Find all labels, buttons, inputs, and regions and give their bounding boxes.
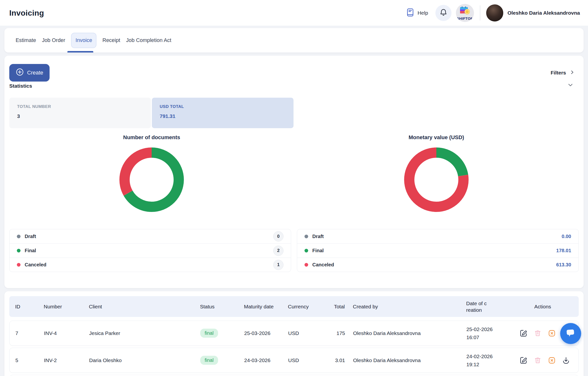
- col-number: Number: [38, 303, 83, 310]
- logo-text: SHIFTON: [456, 16, 474, 21]
- stat-card-usd-total: USD TOTAL 791.31: [152, 98, 294, 128]
- shifton-app-logo[interactable]: SHIFTON: [456, 4, 474, 22]
- statistics-section: Create Filters Statistics TOTAL NUMBER 3…: [4, 56, 584, 288]
- col-status: Status: [194, 303, 238, 310]
- row-maturity-date: 24-03-2026: [238, 357, 282, 363]
- help-button[interactable]: Help: [406, 8, 428, 18]
- edit-icon[interactable]: [519, 329, 528, 337]
- cancel-icon[interactable]: [548, 356, 556, 365]
- create-button[interactable]: Create: [9, 64, 50, 82]
- filters-button[interactable]: Filters: [551, 64, 575, 82]
- stat-value: 791.31: [160, 113, 286, 119]
- notifications-button[interactable]: [435, 5, 452, 21]
- help-label: Help: [418, 10, 428, 16]
- canceled-dot: [304, 263, 308, 267]
- user-name: Oleshko Daria Aleksandrovna: [507, 10, 580, 16]
- chart-title: Number of documents: [123, 134, 180, 141]
- table-header-row: ID Number Client Status Maturity date Cu…: [9, 296, 579, 317]
- final-dot: [304, 249, 308, 252]
- delete-icon[interactable]: [534, 329, 542, 337]
- stat-label: USD TOTAL: [160, 104, 286, 109]
- tab-estimate[interactable]: Estimate: [16, 35, 36, 46]
- user-avatar[interactable]: [486, 4, 503, 21]
- row-status: final: [194, 356, 238, 365]
- app-header: Invoicing Help: [0, 0, 588, 26]
- bell-icon: [439, 8, 448, 18]
- tab-job-order[interactable]: Job Order: [42, 35, 65, 46]
- row-number: INV-2: [38, 357, 83, 363]
- delete-icon[interactable]: [534, 356, 542, 365]
- document-type-tabbar: Estimate Job Order Invoice Receipt Job C…: [4, 28, 584, 52]
- table-row[interactable]: [9, 375, 579, 376]
- table-row[interactable]: 7 INV-4 Jesica Parker final 25-03-2026 U…: [9, 321, 579, 346]
- amount-value: 178.01: [556, 248, 571, 253]
- tab-receipt[interactable]: Receipt: [102, 35, 120, 46]
- col-client: Client: [83, 303, 194, 310]
- count-badge: 0: [273, 231, 284, 241]
- header-actions: Help SHIFTON Oleshko Dar: [406, 0, 580, 26]
- legend-item-final: Final 2: [10, 243, 291, 258]
- stat-card-total-number: TOTAL NUMBER 3: [9, 98, 151, 128]
- amount-value: 0.00: [562, 234, 571, 239]
- chat-bubble-icon: [565, 328, 576, 339]
- create-button-label: Create: [27, 70, 43, 76]
- row-number: INV-4: [38, 330, 83, 336]
- filters-label: Filters: [551, 70, 566, 76]
- chart-number-of-documents: Number of documents: [9, 129, 294, 212]
- row-client: Daria Oleshko: [83, 357, 194, 363]
- col-id: ID: [9, 303, 38, 310]
- row-id: 5: [10, 357, 38, 363]
- draft-dot: [304, 235, 308, 238]
- header-divider: [480, 5, 480, 21]
- col-created-by: Created by: [347, 303, 460, 310]
- canceled-dot: [17, 263, 21, 267]
- amount-value: 613.30: [556, 262, 571, 268]
- chart-title: Monetary value (USD): [409, 134, 464, 141]
- stat-label: TOTAL NUMBER: [17, 104, 143, 109]
- legend-item-draft: Draft 0.00: [297, 229, 578, 243]
- row-date-of-creation: 25-02-2026 16:07: [461, 325, 511, 341]
- donut-chart-documents: [119, 147, 184, 212]
- row-created-by: Oleshko Daria Aleksandrovna: [347, 330, 461, 336]
- legend-item-canceled: Canceled 613.30: [297, 258, 578, 272]
- tab-invoice[interactable]: Invoice: [71, 33, 96, 48]
- status-badge: final: [200, 329, 218, 338]
- plus-circle-icon: [16, 68, 24, 78]
- calendar-logo-icon: [459, 6, 471, 16]
- page-title: Invoicing: [9, 8, 44, 17]
- row-total: 3.01: [312, 357, 347, 363]
- row-date-of-creation: 24-02-2026 19:12: [461, 352, 511, 368]
- row-client: Jesica Parker: [83, 330, 194, 336]
- legend-item-final: Final 178.01: [297, 243, 578, 258]
- legend-item-draft: Draft 0: [10, 229, 291, 243]
- edit-icon[interactable]: [519, 356, 528, 365]
- legend-documents: Draft 0 Final 2 Canceled 1: [9, 229, 291, 272]
- statistics-heading: Statistics: [9, 83, 32, 89]
- stat-value: 3: [17, 113, 143, 119]
- col-actions: Actions: [510, 303, 579, 310]
- download-icon[interactable]: [562, 356, 570, 365]
- col-total: Total: [311, 303, 347, 310]
- col-date-of-creation: Date of creation: [460, 300, 510, 313]
- col-maturity-date: Maturity date: [238, 303, 282, 310]
- tab-job-completion-act[interactable]: Job Completion Act: [126, 35, 171, 46]
- status-badge: final: [200, 356, 218, 365]
- legend-item-canceled: Canceled 1: [10, 258, 291, 272]
- table-row[interactable]: 5 INV-2 Daria Oleshko final 24-03-2026 U…: [9, 348, 579, 373]
- chat-widget-button[interactable]: [560, 323, 581, 344]
- row-actions: [511, 356, 578, 365]
- stat-cards: TOTAL NUMBER 3 USD TOTAL 791.31: [9, 98, 294, 128]
- count-badge: 2: [273, 246, 284, 256]
- statistics-collapse-toggle[interactable]: [566, 81, 575, 90]
- invoices-table: ID Number Client Status Maturity date Cu…: [4, 291, 584, 376]
- row-maturity-date: 25-03-2026: [238, 330, 282, 336]
- row-status: final: [194, 329, 238, 338]
- final-dot: [17, 249, 21, 252]
- cancel-icon[interactable]: [548, 329, 556, 337]
- row-currency: USD: [282, 330, 312, 336]
- row-currency: USD: [282, 357, 312, 363]
- col-currency: Currency: [282, 303, 311, 310]
- chart-monetary-value: Monetary value (USD): [294, 129, 579, 212]
- draft-dot: [17, 235, 21, 238]
- charts-row: Number of documents Monetary value (USD): [9, 129, 579, 212]
